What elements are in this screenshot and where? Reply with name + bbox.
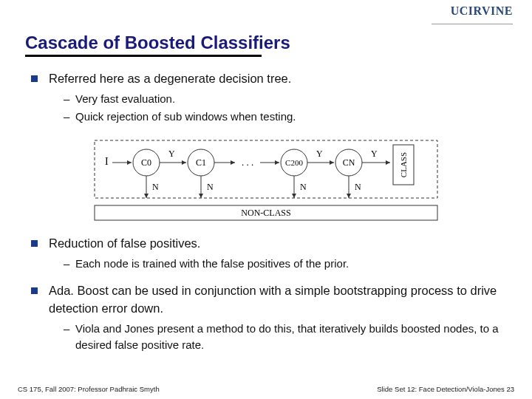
arrowhead-icon bbox=[347, 194, 351, 198]
slide-title: Cascade of Boosted Classifiers bbox=[25, 33, 507, 53]
bullet-2: Reduction of false positives. Each node … bbox=[31, 235, 507, 272]
arrowhead-icon bbox=[330, 160, 334, 165]
arrowhead-icon bbox=[292, 194, 296, 198]
logo-underline bbox=[432, 24, 513, 24]
arrowhead-icon bbox=[275, 160, 279, 165]
bullet-1: Referred here as a degenerate decision t… bbox=[31, 70, 507, 124]
diagram-node-c1-label: C1 bbox=[196, 157, 206, 168]
bullet-list: Referred here as a degenerate decision t… bbox=[25, 70, 507, 124]
bullet-list-2: Reduction of false positives. Each node … bbox=[25, 235, 507, 352]
arrowhead-icon bbox=[182, 160, 186, 165]
bullet-1-text: Referred here as a degenerate decision t… bbox=[49, 72, 291, 85]
arrowhead-icon bbox=[386, 160, 390, 165]
uci-logo: UCIRVINE bbox=[451, 4, 513, 18]
arrowhead-icon bbox=[127, 160, 132, 165]
diagram-input-label: I bbox=[105, 156, 109, 167]
bullet-3-text: Ada. Boost can be used in conjunction wi… bbox=[49, 284, 497, 315]
diagram-n-4: N bbox=[355, 182, 361, 192]
bullet-3-sublist: Viola and Jones present a method to do t… bbox=[49, 321, 507, 353]
diagram-n-2: N bbox=[207, 182, 214, 192]
footer-left: CS 175, Fall 2007: Professor Padhraic Sm… bbox=[18, 385, 160, 393]
bullet-1-sub-1: Very fast evaluation. bbox=[64, 91, 507, 107]
bullet-2-text: Reduction of false positives. bbox=[49, 236, 200, 250]
bullet-1-sublist: Very fast evaluation. Quick rejection of… bbox=[49, 91, 507, 125]
arrowhead-icon bbox=[144, 194, 149, 198]
diagram-n-1: N bbox=[152, 182, 159, 192]
cascade-svg: I C0 Y C1 . . . bbox=[89, 134, 443, 223]
slide: UCIRVINE Cascade of Boosted Classifiers … bbox=[0, 0, 532, 399]
diagram-nonclass-label: NON-CLASS bbox=[241, 208, 290, 218]
arrowhead-icon bbox=[199, 194, 203, 198]
diagram-n-3: N bbox=[300, 182, 307, 192]
diagram-node-c0-label: C0 bbox=[141, 157, 151, 168]
cascade-diagram: I C0 Y C1 . . . bbox=[25, 134, 507, 223]
diagram-y-2: Y bbox=[316, 149, 323, 159]
diagram-class-label: CLASS bbox=[399, 152, 408, 177]
bullet-1-sub-2: Quick rejection of sub windows when test… bbox=[64, 109, 507, 125]
logo-uc: UC bbox=[451, 4, 468, 17]
diagram-y-1: Y bbox=[168, 149, 175, 159]
diagram-ellipsis: . . . bbox=[242, 157, 253, 168]
diagram-node-cn-label: CN bbox=[343, 157, 355, 168]
title-underline bbox=[25, 55, 262, 57]
logo-irvine: IRVINE bbox=[468, 4, 513, 17]
bullet-2-sublist: Each node is trained with the false posi… bbox=[49, 256, 507, 272]
bullet-3-sub-1: Viola and Jones present a method to do t… bbox=[64, 321, 507, 353]
bullet-2-sub-1: Each node is trained with the false posi… bbox=[64, 256, 507, 272]
footer-right: Slide Set 12: Face Detection/Viola-Jones… bbox=[377, 385, 514, 393]
diagram-node-c200-label: C200 bbox=[285, 158, 303, 167]
bullet-3: Ada. Boost can be used in conjunction wi… bbox=[31, 282, 507, 352]
slide-content: Referred here as a degenerate decision t… bbox=[25, 70, 507, 352]
diagram-y-3: Y bbox=[371, 149, 378, 159]
arrowhead-icon bbox=[231, 160, 235, 165]
slide-footer: CS 175, Fall 2007: Professor Padhraic Sm… bbox=[0, 385, 532, 393]
